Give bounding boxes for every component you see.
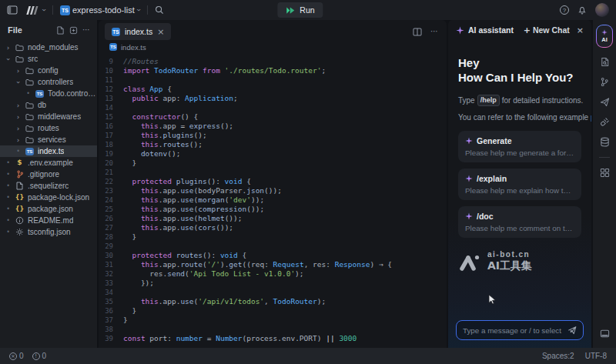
close-tab-icon[interactable]: × bbox=[157, 27, 164, 37]
prompt-card-explain[interactable]: /explainPlease help me explain how this … bbox=[458, 169, 581, 200]
search-icon[interactable] bbox=[155, 5, 164, 15]
code-text: } bbox=[123, 316, 128, 325]
code-line[interactable]: 32 res.send('Api Todo List - v1.0.0'); bbox=[99, 269, 447, 279]
app-logo[interactable]: › bbox=[25, 6, 45, 15]
close-panel-icon[interactable]: × bbox=[577, 25, 584, 35]
tree-folder-services[interactable]: ›services bbox=[0, 134, 97, 145]
ai-assistant-toggle[interactable]: AI bbox=[596, 25, 613, 48]
code-line[interactable]: 35 this.app.use('/api/v1/todos', TodoRou… bbox=[99, 297, 447, 306]
plus-icon: + bbox=[524, 26, 531, 35]
code-line[interactable]: 30 protected routes(): void { bbox=[99, 251, 447, 260]
panel-layout-icon[interactable] bbox=[600, 328, 610, 342]
warnings-indicator[interactable]: ! 0 bbox=[32, 352, 47, 360]
code-line[interactable]: 37} bbox=[99, 316, 447, 325]
line-number: 20 bbox=[99, 159, 123, 168]
more-icon[interactable]: ⋯ bbox=[82, 26, 91, 34]
file-marker-icon: • bbox=[5, 194, 12, 201]
code-line[interactable]: 36 } bbox=[99, 306, 447, 316]
code-line[interactable]: 17 this.plugins(); bbox=[99, 131, 447, 140]
extensions-icon[interactable] bbox=[600, 168, 610, 178]
ts-badge: TS bbox=[60, 5, 70, 15]
chevron-down-icon: › bbox=[40, 8, 48, 12]
tree-file-package-lock.json[interactable]: •{}package-lock.json bbox=[0, 192, 97, 203]
code-line[interactable]: 27 this.app.use(cors()); bbox=[99, 223, 447, 232]
new-chat-button[interactable]: + New Chat bbox=[524, 25, 570, 35]
code-line[interactable]: 13 public app: Application; bbox=[99, 94, 447, 103]
prompt-card-doc[interactable]: /docPlease help me comment on this code. bbox=[458, 206, 581, 238]
tree-file-Todo.controller.ts[interactable]: •TSTodo.controller.ts bbox=[0, 88, 97, 99]
help-icon[interactable]: ? bbox=[560, 5, 569, 15]
code-line[interactable]: 20 } bbox=[99, 159, 447, 168]
code-line[interactable]: 28 } bbox=[99, 232, 447, 242]
docs-icon[interactable] bbox=[600, 57, 610, 67]
ts-file-icon: TS bbox=[35, 90, 45, 98]
tree-file-README.md[interactable]: •README.md bbox=[0, 215, 97, 226]
split-editor-icon[interactable] bbox=[413, 28, 422, 36]
warning-count: 0 bbox=[42, 352, 47, 360]
code-line[interactable]: 26 this.app.use(helmet()); bbox=[99, 214, 447, 223]
code-line[interactable]: 33 }); bbox=[99, 279, 447, 288]
tree-folder-config[interactable]: ›config bbox=[0, 65, 97, 76]
ai-panel: AI assistant + New Chat × Hey How Can I … bbox=[448, 20, 591, 348]
errors-indicator[interactable]: × 0 bbox=[9, 352, 24, 360]
code-line[interactable]: 21 bbox=[99, 168, 447, 177]
code-line[interactable]: 24 this.app.use(morgan('dev')); bbox=[99, 195, 447, 205]
code-line[interactable]: 34 bbox=[99, 288, 447, 297]
code-line[interactable]: 23 this.app.use(bodyParser.json()); bbox=[99, 186, 447, 195]
ai-greeting-line2: How Can I Help You? bbox=[458, 70, 581, 85]
code-line[interactable]: 25 this.app.use(compression()); bbox=[99, 205, 447, 214]
tree-file-tsconfig.json[interactable]: •tsconfig.json bbox=[0, 226, 97, 238]
code-text: protected plugins(): void { bbox=[123, 177, 251, 186]
deploy-icon[interactable] bbox=[600, 97, 610, 107]
tree-file-index.ts[interactable]: •TSindex.ts bbox=[0, 145, 97, 157]
plugins-icon[interactable] bbox=[600, 117, 610, 127]
tree-folder-db[interactable]: ›db bbox=[0, 99, 97, 111]
user-avatar[interactable] bbox=[595, 3, 609, 17]
tree-file-.gitignore[interactable]: •.gitignore bbox=[0, 169, 97, 180]
code-line[interactable]: 29 bbox=[99, 242, 447, 251]
code-line[interactable]: 16 this.app = express(); bbox=[99, 122, 447, 131]
code-line[interactable]: 12class App { bbox=[99, 85, 447, 94]
tree-file-.sequelizerc[interactable]: •.sequelizerc bbox=[0, 180, 97, 192]
code-line[interactable]: 39const port: number = Number(process.en… bbox=[99, 334, 447, 343]
code-line[interactable]: 15 constructor() { bbox=[99, 112, 447, 122]
chat-input[interactable] bbox=[463, 326, 563, 335]
tree-file-package.json[interactable]: •{}package.json bbox=[0, 203, 97, 215]
code-line[interactable]: 18 this.routes(); bbox=[99, 140, 447, 149]
more-actions-icon[interactable]: ⋯ bbox=[430, 28, 439, 35]
project-switcher[interactable]: TS express-todo-list › bbox=[60, 5, 140, 15]
prompt-card-Generate[interactable]: GeneratePlease help me generate a form c… bbox=[458, 131, 581, 162]
line-number: 31 bbox=[99, 260, 123, 269]
tree-folder-controllers[interactable]: ›controllers bbox=[0, 76, 97, 88]
new-folder-icon[interactable] bbox=[69, 26, 78, 35]
sidebar-toggle-icon[interactable] bbox=[7, 5, 18, 15]
run-button[interactable]: Run bbox=[277, 2, 323, 18]
new-file-icon[interactable] bbox=[56, 26, 65, 35]
prompt-desc: Please help me generate a form code. bbox=[465, 149, 574, 157]
code-line[interactable]: 10import TodoRouter from './routes/Todo.… bbox=[99, 66, 447, 75]
tree-folder-src[interactable]: ›src bbox=[0, 53, 97, 65]
tree-folder-middlewares[interactable]: ›middlewares bbox=[0, 111, 97, 122]
source-control-icon[interactable] bbox=[600, 77, 609, 87]
code-line[interactable]: 11 bbox=[99, 75, 447, 85]
tab-index-ts[interactable]: TS index.ts × bbox=[105, 23, 171, 40]
tree-file-.env.example[interactable]: •$.env.example bbox=[0, 157, 97, 169]
indentation-setting[interactable]: Spaces:2 bbox=[542, 352, 574, 360]
code-line[interactable]: 38 bbox=[99, 325, 447, 334]
code-text: const port: number = Number(process.env.… bbox=[123, 334, 357, 343]
send-icon[interactable] bbox=[567, 326, 577, 335]
code-line[interactable]: 19 dotenv(); bbox=[99, 149, 447, 159]
code-line[interactable]: 9//Routes bbox=[99, 57, 447, 66]
code-line[interactable]: 22 protected plugins(): void { bbox=[99, 177, 447, 186]
database-icon[interactable] bbox=[600, 137, 610, 147]
code-line[interactable]: 14 bbox=[99, 103, 447, 112]
code-area[interactable]: 9//Routes10import TodoRouter from './rou… bbox=[99, 54, 447, 348]
notifications-icon[interactable] bbox=[578, 5, 587, 15]
tree-folder-routes[interactable]: ›routes bbox=[0, 122, 97, 134]
breadcrumb[interactable]: TS index.ts bbox=[99, 40, 447, 54]
top-bar: › TS express-todo-list › Run ? bbox=[0, 0, 616, 20]
encoding-setting[interactable]: UTF-8 bbox=[585, 352, 607, 360]
tree-folder-node_modules[interactable]: ›node_modules bbox=[0, 42, 97, 53]
code-line[interactable]: 31 this.app.route('/').get((req: Request… bbox=[99, 260, 447, 269]
chat-input-box[interactable] bbox=[456, 320, 584, 340]
